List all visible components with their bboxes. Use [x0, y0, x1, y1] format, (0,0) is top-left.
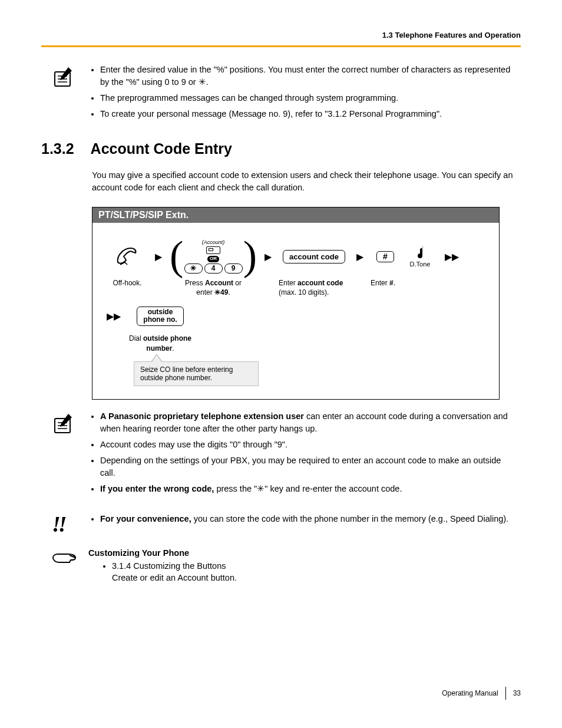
- step-account-or-49: ( ) (Account) OR ✳ 4 9: [169, 238, 257, 297]
- section-title: Account Code Entry: [91, 140, 232, 157]
- footer-doc-title: Operating Manual: [442, 689, 498, 697]
- callout-seize-co: Seize CO line before entering outside ph…: [134, 361, 259, 386]
- arrow-icon: ▶: [265, 238, 272, 275]
- list-item: To create your personal message (Message…: [100, 108, 515, 120]
- step-dtone: D.Tone: [407, 238, 433, 295]
- notes-bottom-list: A Panasonic proprietary telephone extens…: [88, 410, 521, 499]
- step-hash: # Enter #.: [371, 238, 400, 288]
- customize-block: Customizing Your Phone 3.1.4 Customizing…: [52, 548, 521, 584]
- notes-top-list: Enter the desired value in the "%" posit…: [88, 64, 521, 124]
- notes-top: Enter the desired value in the "%" posit…: [52, 64, 521, 124]
- outside-no-box: outsidephone no.: [137, 307, 183, 327]
- procedure-row-2: ▶▶ outsidephone no. Dial outside phone n…: [107, 304, 487, 353]
- page-footer: Operating Manual 33: [442, 687, 521, 700]
- procedure-box: PT/SLT/PS/SIP Extn. Off-hook. ▶: [92, 207, 500, 400]
- list-item: The preprogrammed messages can be change…: [100, 92, 515, 104]
- dtone-label: D.Tone: [410, 261, 431, 268]
- section-number: 1.3.2: [41, 140, 74, 157]
- arrow-icon: ▶: [356, 238, 363, 275]
- tip-list: For your convenience, you can store the …: [88, 513, 521, 529]
- dialkey-9: 9: [224, 263, 243, 274]
- step-caption: Enter #.: [371, 278, 400, 288]
- dialkey-star: ✳: [184, 263, 203, 274]
- dialkey-hash: #: [376, 251, 394, 262]
- or-pill: OR: [207, 256, 219, 262]
- account-code-box: account code: [283, 250, 345, 263]
- footer-divider: [505, 687, 506, 700]
- step-caption: Enter account code (max. 10 digits).: [279, 278, 349, 297]
- list-item: A Panasonic proprietary telephone extens…: [100, 410, 515, 435]
- notepad-icon: [52, 411, 78, 438]
- list-item: 3.1.4 Customizing the Buttons Create or …: [112, 560, 521, 584]
- tip-block: !! For your convenience, you can store t…: [52, 513, 521, 534]
- header-section-path: 1.3 Telephone Features and Operation: [41, 31, 521, 45]
- list-item: Enter the desired value in the "%" posit…: [100, 64, 515, 88]
- exclaim-icon: !!: [52, 514, 78, 534]
- account-label: (Account): [202, 239, 225, 245]
- step-caption: Off-hook.: [107, 278, 148, 288]
- handset-icon: [114, 238, 140, 275]
- procedure-title: PT/SLT/PS/SIP Extn.: [92, 207, 499, 223]
- list-item: Depending on the settings of your PBX, y…: [100, 454, 515, 479]
- step-outside-number: outsidephone no. Dial outside phone numb…: [128, 304, 193, 353]
- arrow-icon: ▶: [155, 238, 162, 275]
- list-item: For your convenience, you can store the …: [100, 513, 515, 525]
- footer-page-number: 33: [513, 689, 521, 697]
- key-cluster: ( ) (Account) OR ✳ 4 9: [178, 238, 249, 275]
- section-heading: 1.3.2Account Code Entry: [41, 140, 521, 157]
- customize-list: 3.1.4 Customizing the Buttons Create or …: [112, 560, 521, 584]
- header-divider: [41, 45, 521, 47]
- intro-paragraph: You may give a specified account code to…: [92, 169, 521, 194]
- procedure-row-1: Off-hook. ▶ ( ) (Account) OR ✳: [107, 238, 487, 297]
- step-account-code: account code Enter account code (max. 10…: [279, 238, 349, 297]
- customize-heading: Customizing Your Phone: [88, 548, 521, 558]
- notepad-icon: [52, 65, 78, 91]
- double-arrow-icon: ▶▶: [107, 304, 121, 328]
- account-key-icon: [206, 246, 220, 254]
- step-offhook: Off-hook.: [107, 238, 148, 288]
- notes-bottom: A Panasonic proprietary telephone extens…: [52, 410, 521, 499]
- step-caption: Dial outside phone number.: [128, 334, 193, 353]
- list-item: If you enter the wrong code, press the "…: [100, 483, 515, 495]
- music-note-icon: [414, 245, 426, 261]
- double-arrow-icon: ▶▶: [445, 238, 459, 275]
- pointing-hand-icon: [52, 549, 78, 569]
- step-caption: Press Account or enter ✳49.: [181, 278, 246, 297]
- dialkey-4: 4: [204, 263, 223, 274]
- list-item: Account codes may use the digits "0" thr…: [100, 439, 515, 451]
